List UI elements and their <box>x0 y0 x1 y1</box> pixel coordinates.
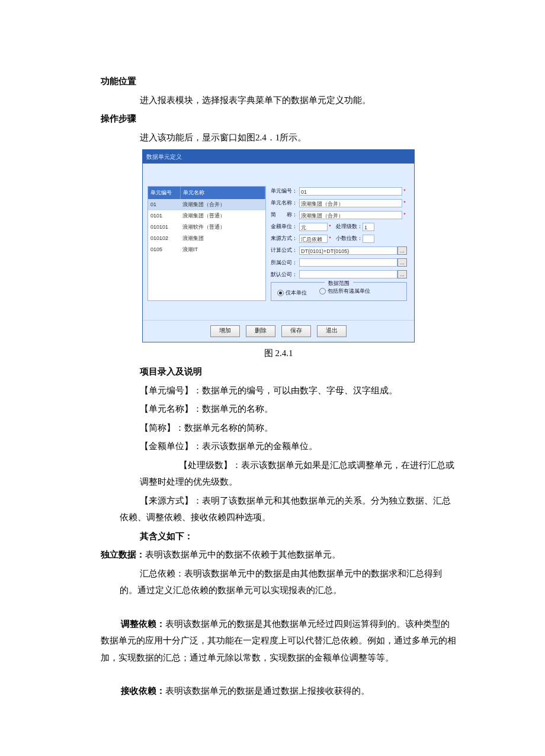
detail-form: 单元编号： 01 * 单元名称： 浪潮集团（合并） * 简 称： 浪潮集团（合并… <box>266 186 409 301</box>
formula-browse-button[interactable]: ... <box>397 246 407 255</box>
input-unit[interactable]: 元 <box>299 223 328 231</box>
label-short: 简 称： <box>271 210 299 220</box>
paragraph: 接收依赖：表明该数据单元的数据是通过数据上报接收获得的。 <box>101 683 456 700</box>
paragraph: 【简称】：数据单元名称的简称。 <box>101 419 456 437</box>
heading-text: 其含义如下： <box>140 531 193 541</box>
input-level[interactable]: 1 <box>363 223 374 231</box>
label-formula: 计算公式： <box>271 245 299 255</box>
paragraph: 进入报表模块，选择报表字典菜单下的数据单元定义功能。 <box>101 92 456 109</box>
text: 【处理级数】：表示该数据单元如果是汇总或调整单元，在进行汇总或调整时处理的优先级… <box>140 460 454 487</box>
subsection-heading: 项目录入及说明 <box>101 363 456 380</box>
save-button[interactable]: 保存 <box>281 325 311 337</box>
figure-2-4-1: 数据单元定义 单元编号 单元名称 01 浪潮集团（合并） 0101 浪潮集团（普… <box>101 149 456 361</box>
exit-button[interactable]: 退出 <box>317 325 347 337</box>
section-heading: 操作步骤 <box>101 110 456 127</box>
document-page: 功能位置 进入报表模块，选择报表字典菜单下的数据单元定义功能。 操作步骤 进入该… <box>0 0 545 756</box>
paragraph: 【金额单位】：表示该数据单元的金额单位。 <box>101 438 456 455</box>
input-decimals[interactable] <box>363 235 374 243</box>
heading-text: 操作步骤 <box>101 114 136 123</box>
radio-icon <box>319 288 326 294</box>
label-default-company: 默认公司： <box>271 270 299 280</box>
required-icon: * <box>402 210 407 220</box>
cell-name: 浪潮软件（普通） <box>180 222 265 233</box>
paragraph: 独立数据：表明该数据单元中的数据不依赖于其他数据单元。 <box>101 546 456 563</box>
input-id[interactable]: 01 <box>299 187 402 196</box>
col-id-head: 单元编号 <box>148 187 181 199</box>
label-decimals: 小数位数： <box>336 233 363 244</box>
sub-heading: 其含义如下： <box>101 528 456 545</box>
required-icon: * <box>402 198 407 208</box>
paragraph: 【处理级数】：表示该数据单元如果是汇总或调整单元，在进行汇总或调整时处理的优先级… <box>101 457 456 491</box>
label-unit: 金额单位： <box>271 222 299 232</box>
term-text: 表明该数据单元的数据是通过数据上报接收获得的。 <box>165 686 370 696</box>
heading-text: 项目录入及说明 <box>140 367 202 376</box>
label-source: 来源方式： <box>271 233 299 244</box>
cell-name: 浪潮集团（合并） <box>180 199 265 210</box>
list-item[interactable]: 010102 浪潮集团 <box>148 233 265 244</box>
data-scope-group: 数据范围 仅本单位 包括所有递属单位 <box>271 282 407 301</box>
radio-label: 仅本单位 <box>286 288 307 298</box>
add-button[interactable]: 增加 <box>210 325 240 337</box>
label-id: 单元编号： <box>271 186 299 196</box>
list-header: 单元编号 单元名称 <box>148 187 265 199</box>
cell-id: 010101 <box>148 222 180 233</box>
input-name[interactable]: 浪潮集团（合并） <box>299 199 402 207</box>
list-item[interactable]: 0101 浪潮集团（普通） <box>148 210 265 222</box>
input-company[interactable] <box>299 258 397 267</box>
paragraph: 【单元名称】：数据单元的名称。 <box>101 401 456 418</box>
list-item[interactable]: 010101 浪潮软件（普通） <box>148 222 265 233</box>
term-label: 接收依赖： <box>121 686 165 696</box>
list-item[interactable]: 01 浪潮集团（合并） <box>148 199 265 210</box>
paragraph: 【单元编号】：数据单元的编号，可以由数字、字母、汉字组成。 <box>101 382 456 399</box>
list-item[interactable]: 0105 浪潮IT <box>148 244 265 255</box>
paragraph: 【来源方式】：表明了该数据单元和其他数据单元的关系。分为独立数据、汇总依赖、调整… <box>101 492 456 526</box>
section-heading: 功能位置 <box>101 73 456 90</box>
term-label: 独立数据： <box>101 550 145 559</box>
input-short[interactable]: 浪潮集团（合并） <box>299 211 402 219</box>
select-source[interactable]: 汇总依赖 <box>299 235 328 243</box>
figure-caption: 图 2.4.1 <box>101 345 456 362</box>
cell-id: 010102 <box>148 233 180 244</box>
cell-id: 01 <box>148 199 180 210</box>
dialog-title: 数据单元定义 <box>143 150 414 164</box>
group-legend: 数据范围 <box>325 278 353 289</box>
dialog-body: 单元编号 单元名称 01 浪潮集团（合并） 0101 浪潮集团（普通） 0101… <box>143 164 414 306</box>
term-label: 调整依赖： <box>121 619 165 629</box>
cell-name: 浪潮集团 <box>180 233 265 244</box>
radio-icon <box>277 290 284 296</box>
label-level: 处理级数： <box>336 222 363 232</box>
label-name: 单元名称： <box>271 198 299 208</box>
cell-name: 浪潮集团（普通） <box>180 210 265 222</box>
default-company-browse-button[interactable]: ... <box>397 270 407 278</box>
label-company: 所属公司： <box>271 258 299 268</box>
cell-id: 0101 <box>148 210 180 222</box>
cell-id: 0105 <box>148 244 180 255</box>
dialog-button-bar: 增加 删除 保存 退出 <box>143 320 414 342</box>
term-text: 表明该数据单元中的数据不依赖于其他数据单元。 <box>145 550 341 559</box>
col-name-head: 单元名称 <box>181 187 265 199</box>
heading-text: 功能位置 <box>101 76 136 86</box>
paragraph: 汇总依赖：表明该数据单元中的数据是由其他数据单元中的数据求和汇总得到的。通过定义… <box>101 565 456 599</box>
dialog-window: 数据单元定义 单元编号 单元名称 01 浪潮集团（合并） 0101 浪潮集团（普… <box>142 149 415 342</box>
company-browse-button[interactable]: ... <box>397 258 407 267</box>
paragraph: 调整依赖：表明该数据单元的数据是其他数据单元经过四则运算得到的。该种类型的数据单… <box>101 616 456 667</box>
paragraph: 进入该功能后，显示窗口如图2.4．1所示。 <box>101 129 456 146</box>
delete-button[interactable]: 删除 <box>246 325 275 337</box>
input-default-company[interactable] <box>299 270 397 278</box>
required-icon: * <box>402 186 407 196</box>
radio-own-unit[interactable]: 仅本单位 <box>277 288 307 298</box>
required-icon: * <box>328 222 332 232</box>
input-formula[interactable]: DT(0101)+DT(0105) <box>299 246 397 255</box>
required-icon: * <box>328 233 332 244</box>
unit-list[interactable]: 单元编号 单元名称 01 浪潮集团（合并） 0101 浪潮集团（普通） 0101… <box>148 186 266 301</box>
cell-name: 浪潮IT <box>180 244 265 255</box>
